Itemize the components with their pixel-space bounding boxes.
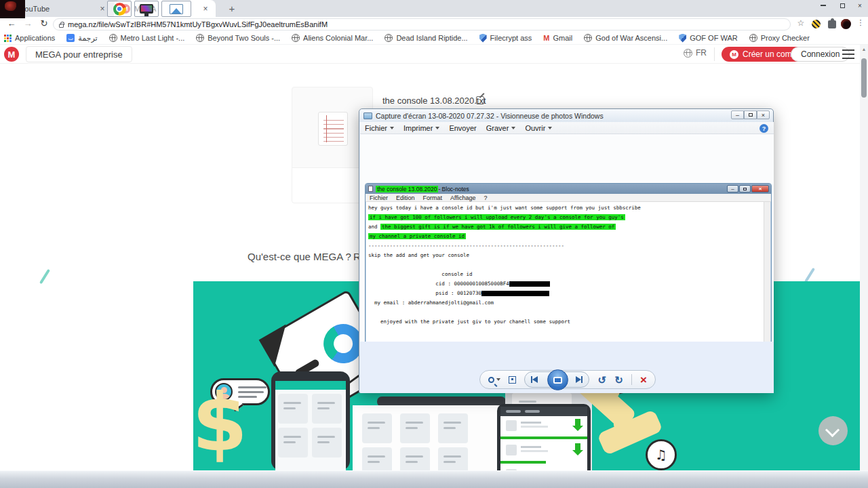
- window-restore-button[interactable]: [837, 1, 848, 9]
- taskbar-photo-viewer-button[interactable]: [161, 1, 191, 17]
- menu-ouvrir[interactable]: Ouvrir: [520, 124, 557, 132]
- globe-icon: [749, 34, 757, 42]
- photo-viewer-icon: [170, 4, 183, 14]
- notepad-minimize-button: –: [727, 185, 738, 192]
- viewer-minimize-button[interactable]: –: [731, 110, 744, 119]
- edit-icon[interactable]: [476, 96, 484, 104]
- notepad-line: skip the add and get your console: [368, 251, 765, 260]
- gmail-icon: M: [543, 34, 549, 42]
- facecam-overlay: [0, 0, 25, 18]
- language-selector[interactable]: FR: [684, 48, 707, 58]
- browser-menu-icon[interactable]: ⋮: [854, 18, 867, 27]
- notepad-line: and the biggest gift is if we have got 1…: [368, 222, 765, 232]
- notepad-line: psid : 00120730: [368, 289, 765, 298]
- bookmark-item[interactable]: Beyond Two Souls -...: [196, 34, 280, 42]
- chevron-down-icon: [435, 127, 439, 129]
- bookmark-star-icon[interactable]: ☆: [795, 18, 807, 28]
- file-name: the console 13.08.2020.txt: [382, 96, 486, 106]
- scroll-down-button[interactable]: [818, 416, 848, 445]
- menu-envoyer[interactable]: Envoyer: [444, 124, 481, 132]
- bookmark-item[interactable]: Dead Island Riptide...: [384, 34, 467, 42]
- shield-icon: [679, 34, 686, 43]
- delete-button[interactable]: ×: [640, 374, 647, 386]
- taskbar: [0, 470, 868, 488]
- rotate-ccw-button[interactable]: ↺: [597, 375, 606, 385]
- bee-extension-icon[interactable]: [812, 20, 821, 28]
- bookmark-item[interactable]: Filecrypt ass: [479, 34, 532, 43]
- reload-icon[interactable]: ↻: [38, 18, 50, 28]
- tab-youtube[interactable]: YouTube ×: [14, 0, 113, 17]
- zoom-button[interactable]: [488, 377, 500, 383]
- fit-to-window-button[interactable]: [509, 376, 516, 384]
- slideshow-icon: [553, 377, 562, 384]
- scrollbar-up-arrow[interactable]: ▲: [861, 47, 867, 52]
- next-button[interactable]: [576, 373, 583, 386]
- mega-logo[interactable]: M: [4, 47, 19, 62]
- new-tab-button[interactable]: +: [224, 2, 240, 15]
- bookmark-item[interactable]: GOF OF WAR: [679, 34, 737, 43]
- bookmark-translate[interactable]: ت ترجمة: [66, 34, 97, 43]
- menu-imprimer[interactable]: Imprimer: [399, 124, 444, 132]
- chrome-icon: [113, 3, 126, 16]
- slideshow-button[interactable]: [547, 369, 568, 390]
- menu-graver[interactable]: Graver: [481, 124, 521, 132]
- enterprise-button[interactable]: MEGA pour entreprise: [26, 46, 132, 62]
- bookmark-item[interactable]: Aliens Colonial Mar...: [292, 34, 373, 42]
- photo-viewer-titlebar[interactable]: Capture d'écran 13-08-2020 07.27.32 - Vi…: [359, 109, 773, 122]
- globe-icon: [684, 49, 692, 58]
- chevron-down-icon: [511, 127, 515, 129]
- close-icon[interactable]: ×: [201, 4, 210, 14]
- viewer-maximize-button[interactable]: [744, 110, 757, 119]
- forward-icon[interactable]: →: [22, 18, 34, 28]
- previous-button[interactable]: [531, 373, 538, 386]
- notepad-title-app: - Bloc-notes: [438, 186, 469, 192]
- bookmark-applications[interactable]: Applications: [4, 34, 55, 42]
- page-scrollbar[interactable]: [860, 45, 868, 470]
- hamburger-menu-icon[interactable]: [842, 49, 854, 59]
- window-close-button[interactable]: ×: [854, 1, 865, 9]
- notepad-line: enjoyed with the private just giv to you…: [368, 317, 765, 327]
- globe-icon: [109, 34, 117, 42]
- scrollbar-thumb[interactable]: [861, 58, 867, 98]
- notepad-line: if i have got 100 of followers i will up…: [368, 213, 765, 222]
- phone-illustration: [271, 371, 350, 470]
- notepad-maximize-button: [739, 185, 751, 192]
- address-bar[interactable]: mega.nz/file/wSwTzIBR#HM57N1kmtUyTBgxvWu…: [53, 18, 791, 30]
- extensions-puzzle-icon[interactable]: [828, 20, 836, 28]
- mega-question-text: Qu'est-ce que MEGA ?: [248, 251, 351, 262]
- apps-grid-icon: [4, 35, 12, 42]
- rotate-cw-button[interactable]: ↻: [614, 375, 623, 385]
- notepad-line: my email : abderrahmanedjolti@gmail.com: [368, 298, 765, 308]
- bookmark-item[interactable]: Proxy Checker: [749, 34, 810, 42]
- close-icon[interactable]: ×: [98, 4, 107, 14]
- magnifier-icon: [488, 377, 494, 383]
- taskbar-chrome-button[interactable]: [107, 1, 132, 17]
- profile-avatar[interactable]: [841, 19, 851, 29]
- help-icon[interactable]: ?: [760, 124, 768, 133]
- bookmark-gmail[interactable]: M Gmail: [543, 34, 572, 42]
- chevron-down-icon: [548, 127, 552, 129]
- notepad-text-area: hey guys today i have a console id but i…: [366, 202, 765, 356]
- text-file-icon: [318, 112, 348, 146]
- back-icon[interactable]: ←: [5, 18, 18, 28]
- bookmarks-bar: Applications ت ترجمة Metro Last Light -.…: [0, 32, 868, 45]
- url-text[interactable]: mega.nz/file/wSwTzIBR#HM57N1kmtUyTBgxvWu…: [68, 20, 328, 28]
- photo-viewer-footer: ↺ ↻ ×: [360, 342, 774, 393]
- notepad-menubar: Fichier Edition Format Affichage ?: [366, 194, 771, 202]
- decorative-slash-left: [39, 269, 50, 284]
- minimize-icon: [821, 5, 826, 6]
- translate-icon: ت: [66, 34, 75, 42]
- restore-icon: [840, 3, 845, 8]
- menu-fichier[interactable]: Fichier: [360, 124, 399, 132]
- viewer-close-button[interactable]: ×: [757, 110, 770, 119]
- taskbar-recorder-button[interactable]: [134, 1, 159, 17]
- window-minimize-button[interactable]: [818, 1, 829, 9]
- globe-icon: [196, 34, 204, 42]
- screen-recorder-icon: [140, 4, 153, 14]
- notepad-line: cid : 000000010085000BF4: [368, 279, 765, 289]
- notepad-line: hey guys today i have a console id but i…: [368, 203, 765, 213]
- login-button[interactable]: Connexion: [791, 47, 850, 62]
- bookmark-item[interactable]: God of War Ascensi...: [584, 34, 667, 42]
- dollar-sign-illustration: $: [193, 383, 248, 463]
- bookmark-item[interactable]: Metro Last Light -...: [109, 34, 185, 42]
